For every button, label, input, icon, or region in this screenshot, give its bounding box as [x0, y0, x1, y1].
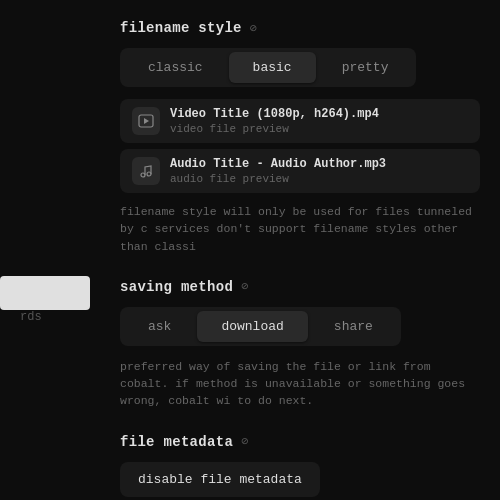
audio-preview-item: Audio Title - Audio Author.mp3 audio fil… [120, 149, 480, 193]
disable-metadata-btn[interactable]: disable file metadata [120, 462, 320, 497]
filename-pretty-btn[interactable]: pretty [318, 52, 413, 83]
video-icon [132, 107, 160, 135]
saving-method-section: saving method ⊘ ask download share prefe… [120, 279, 480, 410]
file-metadata-link-icon[interactable]: ⊘ [241, 434, 248, 449]
filename-style-description: filename style will only be used for fil… [120, 203, 480, 255]
filename-style-section: filename style ⊘ classic basic pretty Vi… [120, 20, 480, 255]
filename-preview-list: Video Title (1080p, h264).mp4 video file… [120, 99, 480, 193]
file-metadata-header: file metadata ⊘ [120, 434, 480, 450]
video-preview-item: Video Title (1080p, h264).mp4 video file… [120, 99, 480, 143]
svg-marker-1 [144, 118, 149, 124]
audio-filename: Audio Title - Audio Author.mp3 [170, 157, 386, 171]
video-sublabel: video file preview [170, 123, 379, 135]
saving-share-btn[interactable]: share [310, 311, 397, 342]
audio-icon [132, 157, 160, 185]
svg-point-3 [147, 172, 151, 176]
filename-classic-btn[interactable]: classic [124, 52, 227, 83]
saving-method-link-icon[interactable]: ⊘ [241, 279, 248, 294]
filename-style-header: filename style ⊘ [120, 20, 480, 36]
filename-style-title: filename style [120, 20, 242, 36]
saving-ask-btn[interactable]: ask [124, 311, 195, 342]
saving-download-btn[interactable]: download [197, 311, 307, 342]
video-preview-text: Video Title (1080p, h264).mp4 video file… [170, 107, 379, 135]
sidebar-highlight [0, 276, 90, 310]
svg-point-2 [141, 173, 145, 177]
saving-method-title: saving method [120, 279, 233, 295]
sidebar-label: rds [20, 310, 42, 324]
filename-style-link-icon[interactable]: ⊘ [250, 21, 257, 36]
saving-method-header: saving method ⊘ [120, 279, 480, 295]
saving-method-toggle-group: ask download share [120, 307, 401, 346]
audio-preview-text: Audio Title - Audio Author.mp3 audio fil… [170, 157, 386, 185]
file-metadata-title: file metadata [120, 434, 233, 450]
file-metadata-section: file metadata ⊘ disable file metadata ti… [120, 434, 480, 501]
saving-method-description: preferred way of saving the file or link… [120, 358, 480, 410]
filename-style-toggle-group: classic basic pretty [120, 48, 416, 87]
filename-basic-btn[interactable]: basic [229, 52, 316, 83]
video-filename: Video Title (1080p, h264).mp4 [170, 107, 379, 121]
audio-sublabel: audio file preview [170, 173, 386, 185]
